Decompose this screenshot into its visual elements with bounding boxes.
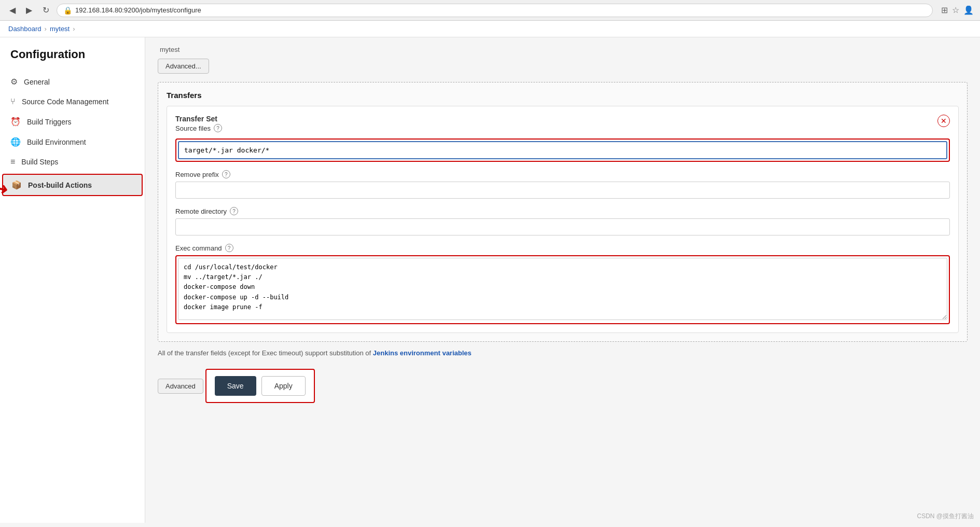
sidebar-item-build-environment[interactable]: 🌐 Build Environment — [0, 132, 145, 152]
exec-command-textarea[interactable] — [178, 258, 947, 320]
exec-command-label: Exec command ? — [175, 244, 950, 252]
transfer-set-header: Transfer Set Source files ? ✕ — [175, 115, 950, 132]
transfers-title: Transfers — [167, 91, 959, 100]
breadcrumb-sep-2: › — [73, 25, 75, 33]
forward-button[interactable]: ▶ — [23, 4, 35, 16]
sidebar-label-general: General — [24, 78, 50, 86]
sidebar-item-general[interactable]: ⚙ General — [0, 72, 145, 92]
source-files-help-icon[interactable]: ? — [214, 124, 222, 132]
browser-toolbar: ⊞ ☆ 👤 — [941, 5, 974, 15]
save-button[interactable]: Save — [215, 376, 256, 396]
sidebar-label-build-environment: Build Environment — [27, 138, 86, 146]
advanced-top-button[interactable]: Advanced... — [158, 59, 209, 74]
exec-command-group: Exec command ? — [175, 244, 950, 324]
extensions-icon: ⊞ — [941, 5, 948, 15]
transfer-set-panel: Transfer Set Source files ? ✕ Remov — [167, 106, 959, 333]
reload-button[interactable]: ↻ — [39, 4, 52, 16]
sidebar-label-post-build: Post-build Actions — [28, 181, 92, 189]
action-bar: Save Apply — [205, 369, 315, 403]
app-layout: Configuration ⚙ General ⑂ Source Code Ma… — [0, 37, 980, 523]
star-icon: ☆ — [952, 5, 959, 15]
transfer-set-subtitle: Source files ? — [175, 124, 222, 132]
remove-prefix-label: Remove prefix ? — [175, 170, 950, 178]
sidebar-title: Configuration — [0, 48, 145, 72]
breadcrumb: Dashboard › mytest › — [0, 21, 980, 37]
transfers-container: Transfers Transfer Set Source files ? ✕ — [158, 82, 968, 342]
exec-command-help-icon[interactable]: ? — [225, 244, 233, 252]
remote-directory-group: Remote directory ? — [175, 207, 950, 235]
breadcrumb-dashboard[interactable]: Dashboard — [8, 25, 42, 33]
remote-directory-label: Remote directory ? — [175, 207, 950, 215]
advanced-bottom-button[interactable]: Advanced — [158, 379, 203, 394]
breadcrumb-mytest[interactable]: mytest — [50, 25, 70, 33]
tab-hint: mytest — [158, 46, 968, 53]
sidebar-label-build-steps: Build Steps — [21, 158, 58, 166]
source-files-label: Source files — [175, 124, 211, 132]
remove-prefix-input[interactable] — [175, 182, 950, 199]
info-text: All of the transfer fields (except for E… — [158, 348, 968, 358]
remote-directory-input[interactable] — [175, 218, 950, 235]
apply-button[interactable]: Apply — [261, 376, 306, 396]
sidebar-item-post-build[interactable]: 📦 Post-build Actions — [2, 174, 143, 196]
exec-command-wrapper — [175, 255, 950, 324]
sidebar-label-source-code: Source Code Management — [22, 98, 108, 106]
gear-icon: ⚙ — [10, 77, 18, 87]
source-files-wrapper — [175, 138, 950, 162]
sidebar-item-source-code[interactable]: ⑂ Source Code Management — [0, 92, 145, 112]
transfer-set-info: Transfer Set Source files ? — [175, 115, 222, 132]
list-icon: ≡ — [10, 157, 15, 167]
browser-bar: ◀ ▶ ↻ 🔒 192.168.184.80:9200/job/mytest/c… — [0, 0, 980, 21]
sidebar-item-build-steps[interactable]: ≡ Build Steps — [0, 152, 145, 172]
remove-prefix-help-icon[interactable]: ? — [222, 170, 230, 178]
transfer-set-close-button[interactable]: ✕ — [937, 115, 950, 127]
back-button[interactable]: ◀ — [6, 4, 19, 16]
sidebar: Configuration ⚙ General ⑂ Source Code Ma… — [0, 37, 145, 523]
jenkins-env-vars-link[interactable]: Jenkins environment variables — [373, 349, 472, 357]
breadcrumb-sep-1: › — [45, 25, 47, 33]
user-icon: 👤 — [963, 5, 974, 15]
clock-icon: ⏰ — [10, 117, 21, 127]
remote-directory-help-icon[interactable]: ? — [230, 207, 238, 215]
url-text: 192.168.184.80:9200/job/mytest/configure — [75, 6, 201, 14]
sidebar-label-build-triggers: Build Triggers — [27, 118, 72, 126]
remove-prefix-group: Remove prefix ? — [175, 170, 950, 199]
source-files-input[interactable] — [178, 141, 947, 159]
transfer-set-title: Transfer Set — [175, 115, 222, 123]
globe-icon: 🌐 — [10, 137, 21, 147]
watermark: CSDN @摸鱼打酱油 — [917, 512, 974, 521]
main-content: mytest Advanced... Transfers Transfer Se… — [145, 37, 980, 523]
branch-icon: ⑂ — [10, 97, 16, 106]
box-icon: 📦 — [11, 180, 22, 190]
sidebar-item-build-triggers[interactable]: ⏰ Build Triggers — [0, 112, 145, 132]
url-bar[interactable]: 🔒 192.168.184.80:9200/job/mytest/configu… — [57, 4, 933, 17]
